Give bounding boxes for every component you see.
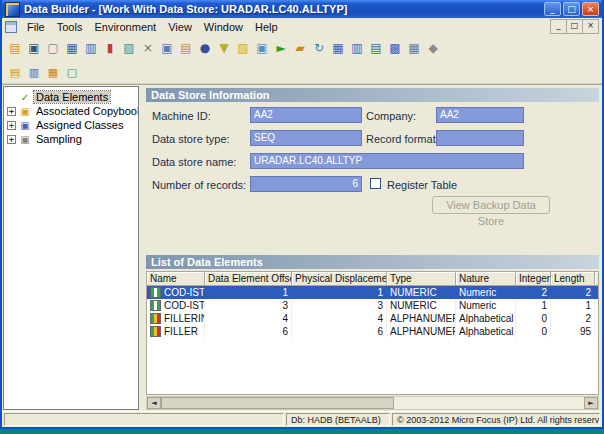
tree-item-data-elements[interactable]: ✓Data Elements xyxy=(4,90,138,104)
mdi-child-icon[interactable] xyxy=(5,21,17,33)
type-cell: ALPHANUMERIC xyxy=(387,312,456,325)
toolbar-secondary: ▤▥▦▢ xyxy=(2,61,602,84)
table-row[interactable]: FILLER66ALPHANUMERICAlphabetical095 xyxy=(147,325,598,338)
tree: ✓Data Elements+▣Associated Copybook+▣Ass… xyxy=(3,86,139,410)
expand-plus-icon[interactable]: + xyxy=(7,135,16,144)
open-data-store-icon[interactable]: ▤ xyxy=(6,40,24,57)
toolbar-main: ▤▣▢▦▥▮▨×▣▤●▼▧▣►▰↻▦▥▤▩▦◆ xyxy=(2,35,602,61)
expand-plus-icon[interactable]: + xyxy=(7,107,16,116)
desktop-background xyxy=(0,429,604,434)
column-header-nature[interactable]: Nature xyxy=(456,272,516,286)
menu-tools[interactable]: Tools xyxy=(51,20,89,34)
mdi-minimize-button[interactable]: _ xyxy=(551,20,566,33)
menu-environment[interactable]: Environment xyxy=(88,20,162,34)
name-cell: FILLERINO xyxy=(147,312,205,325)
table-view-icon[interactable]: ▦ xyxy=(329,40,347,57)
row-view-icon[interactable]: ▤ xyxy=(367,40,385,57)
folder-view-icon[interactable]: ▦ xyxy=(44,64,62,81)
pencil-icon[interactable]: ▰ xyxy=(291,40,309,57)
menu-help[interactable]: Help xyxy=(249,20,284,34)
record-format-field[interactable] xyxy=(436,130,524,146)
data-store-panel: Data Store Information Machine ID: AA2 C… xyxy=(144,85,602,411)
maximize-button[interactable]: □ xyxy=(563,2,580,16)
tree-item-sampling[interactable]: +▣Sampling xyxy=(4,132,138,146)
table-row[interactable]: COD-IST11NUMERICNumeric22 xyxy=(147,286,598,299)
scroll-left-icon[interactable]: ◄ xyxy=(147,397,161,409)
data-builder-window: Data Builder - [Work With Data Store: UR… xyxy=(0,0,604,429)
data-store-name-field[interactable]: URADAR.LC40.ALLTYP xyxy=(250,153,524,169)
name-cell: COD-IST xyxy=(147,286,205,299)
edit-record-icon[interactable]: ▧ xyxy=(234,40,252,57)
bookmark-icon[interactable]: ▮ xyxy=(101,40,119,57)
title-bar[interactable]: Data Builder - [Work With Data Store: UR… xyxy=(2,0,602,18)
copy-icon[interactable]: ▣ xyxy=(158,40,176,57)
company-label: Company: xyxy=(366,110,416,122)
table-row[interactable]: FILLERINO44ALPHANUMERICAlphabetical02 xyxy=(147,312,598,325)
properties-icon[interactable]: ▣ xyxy=(253,40,271,57)
new-folder-icon[interactable]: ▤ xyxy=(6,64,24,81)
find-icon[interactable]: ● xyxy=(196,40,214,57)
column-header-physical-displacement[interactable]: Physical Displacement xyxy=(292,272,387,286)
column-header-integer[interactable]: Integer xyxy=(516,272,551,286)
list-of-data-elements-header: List of Data Elements xyxy=(146,255,599,269)
scrollbar-track[interactable] xyxy=(161,397,584,409)
copybook-icon[interactable]: ▨ xyxy=(120,40,138,57)
paste-icon[interactable]: ▤ xyxy=(177,40,195,57)
dec-cell xyxy=(595,286,599,299)
minimize-button[interactable]: _ xyxy=(544,2,561,16)
length-cell: 2 xyxy=(551,312,595,325)
mdi-restore-button[interactable]: □ xyxy=(566,20,582,33)
menu-view[interactable]: View xyxy=(162,20,198,34)
open-copybook-icon[interactable]: ▥ xyxy=(25,64,43,81)
data-elements-table: NameData Element Offset▲Physical Displac… xyxy=(146,271,599,395)
horizontal-scrollbar[interactable]: ◄ ► xyxy=(146,396,599,410)
table-row[interactable]: COD-IST-133NUMERICNumeric11 xyxy=(147,299,598,312)
report-icon[interactable]: ▢ xyxy=(63,64,81,81)
nature-cell: Alphabetical xyxy=(456,325,516,338)
tree-item-associated-copybook[interactable]: +▣Associated Copybook xyxy=(4,104,138,118)
new-data-store-icon[interactable]: ▢ xyxy=(44,40,62,57)
menu-window[interactable]: Window xyxy=(198,20,249,34)
tree-item-label: Assigned Classes xyxy=(34,119,125,131)
data-store-type-field[interactable]: SEQ xyxy=(250,130,362,146)
record-layout-icon[interactable]: ▥ xyxy=(82,40,100,57)
register-table-checkbox[interactable] xyxy=(370,178,381,189)
menu-bar-items: FileToolsEnvironmentViewWindowHelp xyxy=(21,20,284,34)
scrollbar-thumb[interactable] xyxy=(161,397,394,409)
number-of-records-label: Number of records: xyxy=(152,179,246,191)
tree-item-assigned-classes[interactable]: +▣Assigned Classes xyxy=(4,118,138,132)
scroll-right-icon[interactable]: ► xyxy=(584,397,598,409)
column-header-name[interactable]: Name xyxy=(147,272,205,286)
terminal-icon[interactable]: ▣ xyxy=(25,40,43,57)
view-backup-data-store-button[interactable]: View Backup Data Store xyxy=(432,196,550,214)
menu-file[interactable]: File xyxy=(21,20,51,34)
column-view-icon[interactable]: ▥ xyxy=(348,40,366,57)
machine-id-field[interactable]: AA2 xyxy=(250,107,362,123)
refresh-icon[interactable]: ↻ xyxy=(310,40,328,57)
diamond-icon[interactable]: ◆ xyxy=(424,40,442,57)
column-header-type[interactable]: Type xyxy=(387,272,456,286)
nature-cell: Alphabetical xyxy=(456,312,516,325)
column-header-length[interactable]: Length xyxy=(551,272,595,286)
displacement-cell: 4 xyxy=(292,312,387,325)
expand-plus-icon[interactable]: + xyxy=(7,121,16,130)
integer-cell: 1 xyxy=(516,299,551,312)
company-field[interactable]: AA2 xyxy=(436,107,524,123)
number-of-records-field[interactable]: 6 xyxy=(250,176,362,192)
data-store-info-header: Data Store Information xyxy=(146,88,599,102)
grid-icon[interactable]: ▦ xyxy=(405,40,423,57)
mdi-close-button[interactable]: × xyxy=(582,20,598,33)
data-grid-icon[interactable]: ▦ xyxy=(63,40,81,57)
table-header: NameData Element Offset▲Physical Displac… xyxy=(147,272,598,286)
split-view-icon[interactable]: ▩ xyxy=(386,40,404,57)
column-header-data-element-offset[interactable]: Data Element Offset▲ xyxy=(205,272,292,286)
name-cell: FILLER xyxy=(147,325,205,338)
close-button[interactable]: × xyxy=(582,2,599,16)
length-cell: 95 xyxy=(551,325,595,338)
classes-icon: ▣ xyxy=(19,120,31,131)
filter-icon[interactable]: ▼ xyxy=(215,40,233,57)
run-icon[interactable]: ► xyxy=(272,40,290,57)
cut-icon[interactable]: × xyxy=(139,40,157,57)
column-header-dec[interactable]: Dec xyxy=(595,272,599,286)
dec-cell xyxy=(595,325,599,338)
